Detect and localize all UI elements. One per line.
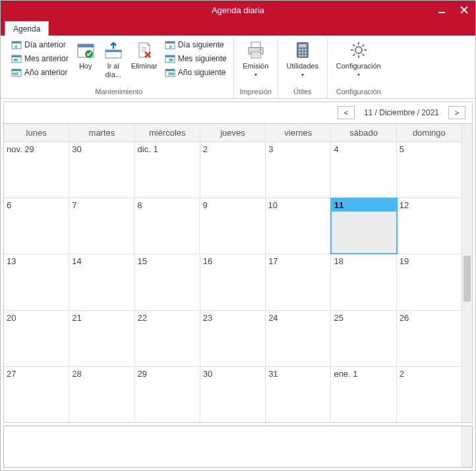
notes-input[interactable] <box>4 426 461 467</box>
next-month-button[interactable]: Mes siguiente <box>162 52 229 65</box>
day-cell[interactable]: 31 <box>266 367 331 422</box>
delete-icon <box>134 40 155 61</box>
delete-button[interactable]: Eliminar <box>128 38 161 72</box>
day-cell[interactable]: 15 <box>135 254 200 310</box>
day-cell[interactable]: 2 <box>200 142 266 198</box>
prev-period-button[interactable]: < <box>338 106 355 119</box>
day-cell[interactable]: 29 <box>135 367 200 422</box>
day-cell[interactable]: ene. 1 <box>331 367 396 422</box>
svg-rect-38 <box>301 55 303 57</box>
day-cell[interactable]: 24 <box>266 311 331 366</box>
emision-label: Emisión <box>243 62 268 70</box>
day-number: 27 <box>7 369 16 379</box>
day-cell[interactable]: 25 <box>331 311 396 366</box>
calendar-next-month-icon <box>165 53 175 64</box>
svg-line-47 <box>353 54 355 56</box>
day-cell[interactable]: 20 <box>4 311 69 366</box>
day-cell[interactable]: 27 <box>4 367 69 422</box>
next-period-button[interactable]: > <box>448 106 465 119</box>
day-number: 15 <box>138 256 147 266</box>
next-month-label: Mes siguiente <box>178 54 227 63</box>
window-controls <box>433 1 473 19</box>
day-number: dic. 1 <box>138 144 158 154</box>
svg-rect-32 <box>301 49 303 51</box>
day-number: 24 <box>268 313 278 323</box>
app-window: Agenda diaria Agenda <box>0 0 476 471</box>
date-header: < 11 / Diciembre / 2021 > <box>3 101 473 124</box>
svg-rect-20 <box>165 55 175 57</box>
group-label-mantenimiento: Mantenimiento <box>95 86 142 98</box>
day-cell[interactable]: 12 <box>397 198 461 254</box>
day-number: 5 <box>400 144 404 154</box>
ribbon: Día anterior Mes anterior Año anterior <box>1 36 475 99</box>
configuracion-button[interactable]: Configuración ▾ <box>332 38 386 79</box>
svg-rect-31 <box>299 49 301 51</box>
day-cell[interactable]: 3 <box>266 142 331 198</box>
prev-year-button[interactable]: Año anterior <box>9 66 71 79</box>
next-year-button[interactable]: Año siguiente <box>162 66 229 79</box>
svg-line-45 <box>353 45 355 47</box>
scrollbar-thumb[interactable] <box>463 256 471 302</box>
close-button[interactable] <box>456 3 473 16</box>
svg-rect-25 <box>251 52 260 58</box>
ribbon-group-configuracion: Configuración ▾ Configuración <box>328 38 390 98</box>
day-cell[interactable]: 9 <box>200 198 265 254</box>
day-cell[interactable]: 23 <box>200 311 266 366</box>
day-number: 17 <box>268 256 278 266</box>
day-cell[interactable]: 18 <box>331 254 396 310</box>
tab-agenda[interactable]: Agenda <box>5 21 49 36</box>
svg-rect-24 <box>251 42 260 47</box>
day-cell[interactable]: 17 <box>266 254 331 310</box>
prev-day-button[interactable]: Día anterior <box>9 38 71 51</box>
day-cell[interactable]: 10 <box>266 198 331 254</box>
utilidades-label: Utilidades <box>287 62 318 70</box>
today-button[interactable]: Hoy <box>73 38 99 72</box>
notes-scrollbar[interactable] <box>461 426 472 467</box>
svg-rect-37 <box>299 55 301 57</box>
goto-day-button[interactable]: Ir al día... <box>100 38 127 80</box>
day-number: 14 <box>72 256 81 266</box>
day-cell[interactable]: 13 <box>4 254 69 310</box>
day-cell[interactable]: 11 <box>330 198 398 254</box>
day-number: 28 <box>72 369 81 379</box>
day-cell[interactable]: 8 <box>134 198 200 254</box>
calendar-scrollbar[interactable] <box>461 124 472 422</box>
day-cell[interactable]: 30 <box>69 142 134 198</box>
svg-rect-22 <box>165 69 175 71</box>
day-number: 20 <box>7 313 16 323</box>
day-cell[interactable]: 19 <box>397 254 461 310</box>
day-number: 2 <box>203 144 208 154</box>
calendar-prev-year-icon <box>11 67 22 78</box>
day-number: 30 <box>72 144 81 154</box>
day-cell[interactable]: 28 <box>69 367 134 422</box>
ribbon-group-impresion: Emisión ▾ Impresión <box>234 38 278 98</box>
prev-month-button[interactable]: Mes anterior <box>9 52 71 65</box>
day-cell[interactable]: 16 <box>200 254 266 310</box>
goto-day-icon <box>103 40 124 61</box>
day-cell[interactable]: 5 <box>397 142 461 198</box>
weekday-col: domingo <box>397 124 461 142</box>
day-number: 18 <box>334 256 343 266</box>
day-number: ene. 1 <box>334 369 357 379</box>
day-cell[interactable]: nov. 29 <box>4 142 69 198</box>
day-cell[interactable]: 26 <box>397 311 461 366</box>
emision-button[interactable]: Emisión ▾ <box>238 38 274 79</box>
svg-rect-8 <box>12 69 21 71</box>
next-day-button[interactable]: Día siguiente <box>162 38 229 51</box>
utilidades-button[interactable]: Utilidades ▾ <box>282 38 323 79</box>
goto-day-label: Ir al día... <box>102 62 125 79</box>
day-cell[interactable]: 14 <box>69 254 134 310</box>
day-cell[interactable]: 6 <box>4 198 69 254</box>
day-number: 2 <box>400 369 404 379</box>
day-cell[interactable]: dic. 1 <box>135 142 200 198</box>
tab-strip: Agenda <box>1 19 475 36</box>
day-cell[interactable]: 22 <box>135 311 200 366</box>
day-cell[interactable]: 4 <box>331 142 396 198</box>
delete-label: Eliminar <box>131 62 158 70</box>
day-cell[interactable]: 7 <box>69 198 134 254</box>
day-number: 9 <box>202 200 207 210</box>
minimize-button[interactable] <box>433 3 450 16</box>
day-cell[interactable]: 2 <box>397 367 461 422</box>
day-cell[interactable]: 21 <box>69 311 134 366</box>
day-cell[interactable]: 30 <box>200 367 266 422</box>
